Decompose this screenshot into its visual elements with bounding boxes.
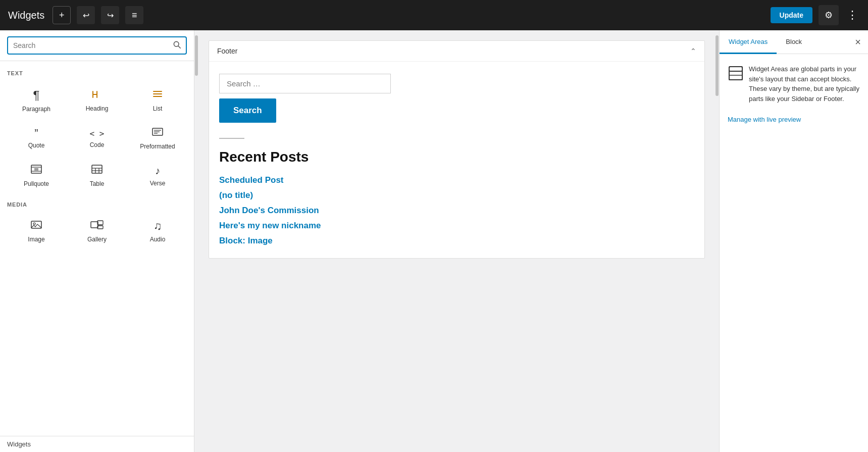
topbar: Widgets + ↩ ↪ ≡ Update ⚙ ⋮ xyxy=(0,0,868,30)
recent-post-link-5[interactable]: Block: Image xyxy=(219,236,273,245)
widget-areas-description: Widget Areas are global parts in your si… xyxy=(749,64,860,104)
list-view-button[interactable]: ≡ xyxy=(125,6,143,24)
block-item-image[interactable]: Image xyxy=(7,214,66,249)
recent-post-link-2[interactable]: (no title) xyxy=(219,190,253,200)
block-item-pullquote[interactable]: Pullquote xyxy=(7,158,66,193)
right-panel-body: Widget Areas are global parts in your si… xyxy=(720,54,868,452)
recent-post-link-1[interactable]: Scheduled Post xyxy=(219,175,284,185)
paragraph-icon: ¶ xyxy=(33,88,40,103)
block-item-table[interactable]: Table xyxy=(68,158,126,193)
footer-search-input[interactable] xyxy=(219,74,391,93)
paragraph-label: Paragraph xyxy=(22,106,50,113)
list-block-icon xyxy=(151,89,164,102)
left-footer: Widgets xyxy=(0,436,194,452)
image-icon xyxy=(30,220,42,233)
block-item-paragraph[interactable]: ¶ Paragraph xyxy=(7,82,66,119)
pullquote-icon xyxy=(30,164,42,177)
block-list: TEXT ¶ Paragraph Heading xyxy=(0,61,194,436)
footer-search-button[interactable]: Search xyxy=(219,98,276,123)
main-layout: TEXT ¶ Paragraph Heading xyxy=(0,30,868,452)
block-search-box[interactable] xyxy=(7,36,187,55)
gallery-label: Gallery xyxy=(87,236,107,243)
svg-rect-21 xyxy=(91,222,98,228)
left-footer-label: Widgets xyxy=(7,440,31,448)
svg-rect-9 xyxy=(31,165,41,173)
svg-rect-25 xyxy=(729,67,742,71)
block-item-heading[interactable]: Heading xyxy=(68,82,126,119)
tab-widget-areas[interactable]: Widget Areas xyxy=(720,31,777,54)
block-item-gallery[interactable]: Gallery xyxy=(68,214,126,249)
list-item: Scheduled Post xyxy=(219,175,694,185)
block-item-verse[interactable]: ♪ Verse xyxy=(128,158,187,193)
recent-post-link-3[interactable]: John Doe's Commission xyxy=(219,206,319,215)
block-item-code[interactable]: < > Code xyxy=(68,121,126,156)
center-scrollbar[interactable] xyxy=(715,30,719,452)
widget-areas-icon-wrap xyxy=(728,65,744,81)
close-panel-button[interactable]: × xyxy=(848,31,868,53)
svg-rect-24 xyxy=(729,67,742,80)
divider xyxy=(219,138,244,139)
block-item-list[interactable]: List xyxy=(128,82,187,119)
center-content: Footer ⌃ Search Recent Posts Sched xyxy=(198,30,715,452)
left-panel: TEXT ¶ Paragraph Heading xyxy=(0,30,194,452)
footer-section-title: Footer xyxy=(217,47,237,55)
undo-button[interactable]: ↩ xyxy=(77,6,95,24)
recent-post-link-4[interactable]: Here's my new nickname xyxy=(219,221,321,230)
pullquote-label: Pullquote xyxy=(24,180,49,187)
block-item-quote[interactable]: ” Quote xyxy=(7,121,66,156)
list-icon: ≡ xyxy=(132,10,137,21)
preformatted-icon xyxy=(151,127,164,140)
redo-button[interactable]: ↪ xyxy=(101,6,119,24)
add-block-button[interactable]: + xyxy=(53,6,71,24)
widget-areas-info: Widget Areas are global parts in your si… xyxy=(728,64,860,104)
more-icon: ⋮ xyxy=(847,9,858,21)
media-blocks-grid: Image Gallery ♫ Audio xyxy=(7,214,187,249)
media-section-label: MEDIA xyxy=(7,202,187,208)
block-item-preformatted[interactable]: Preformatted xyxy=(128,121,187,156)
heading-icon xyxy=(91,89,103,102)
list-label: List xyxy=(153,105,163,112)
svg-point-20 xyxy=(33,223,35,225)
manage-live-preview-link[interactable]: Manage with live preview xyxy=(728,116,801,123)
quote-label: Quote xyxy=(28,142,45,149)
gear-icon: ⚙ xyxy=(825,10,833,21)
footer-body: Search Recent Posts Scheduled Post (no t… xyxy=(209,62,704,258)
chevron-up-icon: ⌃ xyxy=(690,47,696,55)
text-blocks-grid: ¶ Paragraph Heading xyxy=(7,82,187,193)
settings-button[interactable]: ⚙ xyxy=(819,5,839,25)
redo-icon: ↪ xyxy=(107,11,114,20)
verse-label: Verse xyxy=(150,180,166,187)
list-item: Block: Image xyxy=(219,236,694,246)
more-options-button[interactable]: ⋮ xyxy=(845,7,860,24)
search-icon xyxy=(173,40,181,51)
svg-rect-19 xyxy=(31,221,41,228)
audio-label: Audio xyxy=(150,236,166,243)
widget-areas-text: Widget Areas are global parts in your si… xyxy=(749,64,860,104)
left-scrollbar[interactable] xyxy=(194,30,198,452)
left-scroll-thumb[interactable] xyxy=(195,35,198,76)
footer-section-header[interactable]: Footer ⌃ xyxy=(209,41,704,62)
app-title: Widgets xyxy=(8,10,44,21)
list-item: John Doe's Commission xyxy=(219,206,694,216)
block-search-input[interactable] xyxy=(13,41,169,49)
list-item: Here's my new nickname xyxy=(219,221,694,231)
text-section-label: TEXT xyxy=(7,70,187,76)
verse-icon: ♪ xyxy=(155,165,160,177)
center-scroll-thumb[interactable] xyxy=(716,35,719,96)
widget-areas-icon xyxy=(729,66,743,80)
code-label: Code xyxy=(90,141,105,148)
svg-line-1 xyxy=(178,46,180,48)
table-label: Table xyxy=(90,180,105,187)
recent-posts-list: Scheduled Post (no title) John Doe's Com… xyxy=(219,175,694,246)
update-button[interactable]: Update xyxy=(771,7,812,23)
preformatted-label: Preformatted xyxy=(140,143,175,150)
gallery-icon xyxy=(90,220,104,233)
tab-block[interactable]: Block xyxy=(777,31,811,54)
add-icon: + xyxy=(59,10,65,21)
svg-rect-26 xyxy=(729,75,742,80)
footer-section: Footer ⌃ Search Recent Posts Sched xyxy=(209,40,705,259)
block-item-audio[interactable]: ♫ Audio xyxy=(128,214,187,249)
list-item: (no title) xyxy=(219,190,694,200)
center-panel: Footer ⌃ Search Recent Posts Sched xyxy=(198,30,715,452)
undo-icon: ↩ xyxy=(83,11,89,20)
